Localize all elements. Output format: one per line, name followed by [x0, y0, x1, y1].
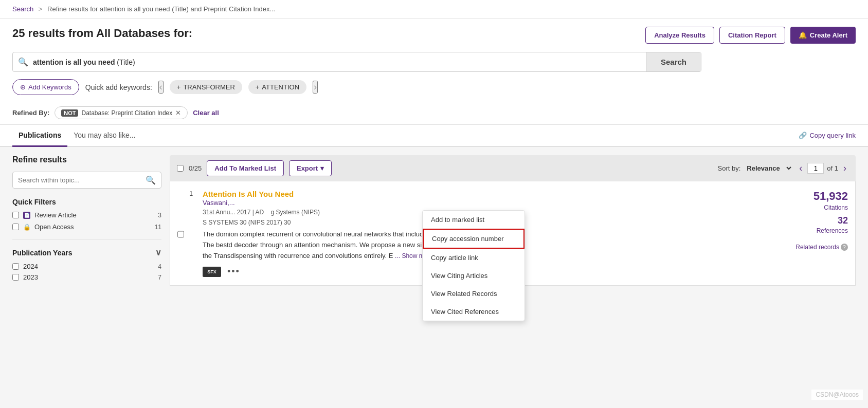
lock-icon: 🔒: [23, 224, 30, 231]
chevron-down-icon: ∨: [155, 248, 161, 257]
quick-filters-title: Quick Filters: [12, 198, 161, 206]
bell-icon: 🔔: [799, 31, 807, 39]
plus-icon-2: +: [256, 83, 260, 91]
sort-select[interactable]: Relevance Date Times Cited: [745, 164, 793, 173]
year-2023-count: 7: [158, 274, 161, 281]
next-page-button[interactable]: ›: [841, 163, 848, 174]
breadcrumb-separator: >: [39, 5, 43, 13]
refs-label[interactable]: References: [817, 227, 848, 234]
results-area: 0/25 Add To Marked List Export ▾ Sort by…: [170, 155, 856, 344]
refs-number: 32: [838, 215, 848, 226]
result-title[interactable]: Attention Is All You Need: [203, 190, 294, 198]
export-button[interactable]: Export ▾: [289, 160, 332, 176]
add-to-marked-list-button[interactable]: Add To Marked List: [207, 160, 284, 176]
remove-filter-button[interactable]: ✕: [175, 109, 181, 117]
sfx-icon[interactable]: SFX: [203, 267, 221, 277]
clear-all-link[interactable]: Clear all: [193, 109, 219, 117]
year-2023[interactable]: 2023 7: [12, 273, 161, 281]
kw-chip-attention[interactable]: + ATTENTION: [248, 80, 306, 94]
result-card: 1 Attention Is All You Need Vaswani,... …: [170, 181, 856, 286]
add-keywords-button[interactable]: ⊕ Add Keywords: [12, 79, 79, 95]
results-toolbar: 0/25 Add To Marked List Export ▾ Sort by…: [170, 155, 856, 181]
tab-publications[interactable]: Publications: [12, 125, 67, 147]
filter-review-article[interactable]: 📄 Review Article 3: [12, 211, 161, 219]
not-badge: NOT: [61, 109, 78, 117]
page-number-input[interactable]: [807, 163, 824, 174]
year-2024-label: 2024: [23, 263, 154, 270]
filter-open-access-label: Open Access: [34, 223, 151, 231]
citation-report-button[interactable]: Citation Report: [719, 27, 785, 44]
filter-review-article-count: 3: [158, 212, 161, 219]
context-menu: Add to marked list Copy accession number…: [422, 210, 525, 321]
kw-chip-transformer[interactable]: + TRANSFORMER: [170, 80, 242, 94]
breadcrumb: Search > Refine results for attention is…: [0, 0, 868, 18]
refined-tag: NOT Database: Preprint Citation Index ✕: [55, 106, 188, 119]
context-menu-item-add-marked[interactable]: Add to marked list: [423, 211, 525, 229]
year-2024-count: 4: [158, 263, 161, 270]
kw-arrow-right[interactable]: ›: [313, 81, 318, 94]
pagination: ‹ of 1 ›: [797, 163, 848, 174]
citations-label[interactable]: Citations: [824, 204, 848, 211]
doc-icon: 📄: [23, 212, 30, 219]
refined-by-label: Refined By:: [12, 109, 49, 117]
analyze-results-button[interactable]: Analyze Results: [645, 27, 714, 44]
result-1-checkbox[interactable]: [177, 192, 184, 277]
citations-number: 51,932: [813, 190, 848, 203]
tab-may-also-like[interactable]: You may also like...: [67, 125, 141, 147]
filter-review-article-label: Review Article: [34, 211, 154, 219]
quick-add-label: Quick add keywords:: [85, 83, 152, 91]
help-icon: ?: [841, 244, 848, 251]
related-records-link[interactable]: Related records ?: [795, 244, 848, 251]
context-menu-item-view-citing[interactable]: View Citing Articles: [423, 267, 525, 285]
plus-icon: +: [177, 83, 181, 91]
copy-query-link[interactable]: 🔗 Copy query link: [799, 132, 856, 139]
sidebar: Refine results 🔍 Quick Filters 📄 Review …: [12, 155, 161, 344]
context-menu-item-view-related[interactable]: View Related Records: [423, 285, 525, 303]
chevron-down-icon-export: ▾: [320, 164, 324, 172]
filter-review-article-checkbox[interactable]: [12, 212, 19, 218]
context-menu-item-copy-link[interactable]: Copy article link: [423, 249, 525, 267]
prev-page-button[interactable]: ‹: [797, 163, 804, 174]
result-authors[interactable]: Vaswani,...: [203, 199, 235, 207]
pub-years-section: Publication Years ∨ 2024 4 2023 7: [12, 248, 161, 281]
pub-years-title[interactable]: Publication Years ∨: [12, 248, 161, 257]
year-2023-checkbox[interactable]: [12, 274, 19, 281]
search-bar-icon: 🔍: [13, 57, 33, 67]
sidebar-search-input[interactable]: [18, 176, 146, 184]
context-menu-item-view-cited[interactable]: View Cited References: [423, 303, 525, 321]
search-button[interactable]: Search: [646, 52, 701, 71]
refined-tag-text: Database: Preprint Citation Index: [81, 109, 172, 117]
filter-open-access-checkbox[interactable]: [12, 224, 19, 230]
create-alert-button[interactable]: 🔔 Create Alert: [790, 27, 856, 44]
year-2024[interactable]: 2024 4: [12, 263, 161, 270]
select-all-checkbox[interactable]: [177, 165, 184, 172]
sidebar-title: Refine results: [12, 155, 161, 164]
results-title: 25 results from All Databases for:: [12, 27, 192, 40]
link-icon: 🔗: [799, 132, 807, 139]
context-menu-item-copy-accession[interactable]: Copy accession number: [423, 229, 525, 249]
selected-count: 0/25: [189, 164, 202, 172]
kw-arrow-left[interactable]: ‹: [158, 81, 164, 94]
plus-circle-icon: ⊕: [20, 83, 26, 91]
sidebar-divider: [12, 239, 161, 239]
breadcrumb-search-link[interactable]: Search: [12, 5, 33, 13]
sort-label: Sort by:: [718, 164, 741, 172]
filter-open-access-count: 11: [155, 224, 161, 231]
filter-open-access[interactable]: 🔒 Open Access 11: [12, 223, 161, 231]
breadcrumb-current: Refine results for attention is all you …: [47, 5, 275, 13]
search-input[interactable]: [33, 53, 646, 71]
page-of: of 1: [827, 164, 838, 172]
result-number: 1: [189, 190, 197, 277]
year-2024-checkbox[interactable]: [12, 263, 19, 270]
year-2023-label: 2023: [23, 273, 154, 281]
dots-menu-button[interactable]: •••: [225, 266, 242, 277]
sidebar-search-icon: 🔍: [146, 175, 156, 185]
